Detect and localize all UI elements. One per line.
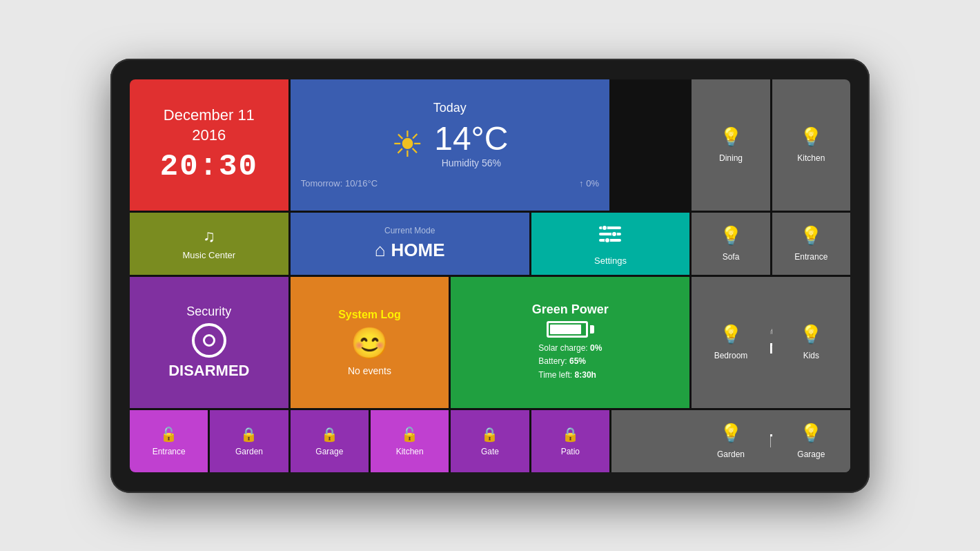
lock-tile-entrance[interactable]: 🔓 Entrance <box>130 410 208 472</box>
light-label-kids: Kids <box>803 351 819 360</box>
bulb-icon-garden: 💡 <box>720 423 742 444</box>
solar-charge: 0% <box>590 343 602 353</box>
lock-icon-entrance: 🔓 <box>160 426 177 443</box>
greenpower-tile[interactable]: Green Power Solar charge: 0% Battery: 65… <box>451 277 689 408</box>
sun-icon: ☀ <box>391 124 424 165</box>
music-label: Music Center <box>183 250 236 260</box>
bulb-icon-dining: 💡 <box>720 126 742 148</box>
lock-label-garden: Garden <box>235 447 263 456</box>
light-label-bedroom: Bedroom <box>714 351 748 360</box>
time-left: 8:30h <box>575 370 596 380</box>
smart-home-screen: December 11 2016 20:30 Today ☀ 14°C Humi… <box>130 79 850 472</box>
gp-label: Green Power <box>532 302 609 317</box>
light-label-dining: Dining <box>719 153 743 163</box>
light-tile-garage[interactable]: 💡 Garage <box>772 410 850 472</box>
security-inner <box>203 334 215 347</box>
lock-icon-garden: 🔒 <box>240 426 257 443</box>
light-tile-entrance[interactable]: 💡 Entrance <box>772 213 850 275</box>
smiley-icon: 😊 <box>351 325 389 361</box>
security-tile[interactable]: Security DISARMED <box>130 277 288 408</box>
light-label-kitchen: Kitchen <box>797 153 825 163</box>
lock-label-gate: Gate <box>481 447 499 456</box>
svg-point-4 <box>602 226 607 230</box>
svg-point-8 <box>605 238 609 242</box>
svg-rect-1 <box>599 233 621 235</box>
bulb-icon-sofa: 💡 <box>720 225 742 246</box>
bulb-icon-garage: 💡 <box>800 423 822 444</box>
lock-label-garage: Garage <box>315 447 343 456</box>
home-mode-label: Current Mode <box>384 226 435 235</box>
syslog-label: System Log <box>338 309 401 321</box>
lock-icon-gate: 🔒 <box>481 426 498 443</box>
light-tile-kids[interactable]: 💡 Kids <box>772 277 850 408</box>
lock-label-patio: Patio <box>561 447 580 456</box>
light-label-entrance: Entrance <box>794 252 827 262</box>
date-line2: 2016 <box>164 126 255 146</box>
syslog-message: No events <box>348 365 391 376</box>
music-tile[interactable]: ♫ Music Center <box>130 213 288 275</box>
light-tile-kitchen[interactable]: 💡 Kitchen <box>772 79 850 211</box>
lock-icon-garage: 🔒 <box>321 426 338 443</box>
weather-tile[interactable]: Today ☀ 14°C Humidity 56% Tomorrow: 10/1… <box>291 79 609 211</box>
lock-tile-garage[interactable]: 🔒 Garage <box>291 410 369 472</box>
light-tile-garden[interactable]: 💡 Garden <box>692 410 770 472</box>
home-mode-value: HOME <box>391 240 445 261</box>
home-mode-tile[interactable]: Current Mode ⌂ HOME <box>291 213 529 275</box>
gp-stats: Solar charge: 0% Battery: 65% Time left:… <box>538 342 602 382</box>
lock-tile-kitchen[interactable]: 🔓 Kitchen <box>371 410 449 472</box>
humidity: Humidity 56% <box>434 157 508 168</box>
bulb-icon-kitchen: 💡 <box>800 126 822 148</box>
home-icon: ⌂ <box>375 240 386 261</box>
light-label-sofa: Sofa <box>723 252 740 262</box>
bulb-icon-entrance: 💡 <box>800 225 822 246</box>
date-tile[interactable]: December 11 2016 20:30 <box>130 79 288 211</box>
temperature: 14°C <box>434 119 508 157</box>
music-icon: ♫ <box>203 226 215 246</box>
lock-icon-patio: 🔒 <box>562 426 579 443</box>
device-frame: December 11 2016 20:30 Today ☀ 14°C Humi… <box>110 59 870 493</box>
settings-icon <box>598 222 623 251</box>
lock-icon-kitchen: 🔓 <box>401 426 418 443</box>
bulb-icon-bedroom: 💡 <box>720 324 742 345</box>
battery-icon <box>547 321 594 338</box>
svg-point-6 <box>612 232 616 236</box>
time-display: 20:30 <box>160 149 258 184</box>
security-ring <box>192 323 226 358</box>
light-tile-bedroom[interactable]: 💡 Bedroom <box>692 277 770 408</box>
settings-label: Settings <box>594 255 627 266</box>
security-status: DISARMED <box>168 362 249 380</box>
wind-indicator: ↑ 0% <box>579 178 599 188</box>
lock-label-entrance: Entrance <box>153 447 186 456</box>
lock-tile-gate[interactable]: 🔒 Gate <box>451 410 529 472</box>
light-tile-dining[interactable]: 💡 Dining <box>692 79 770 211</box>
tomorrow-forecast: Tomorrow: 10/16°C <box>301 178 378 188</box>
lock-tile-patio[interactable]: 🔒 Patio <box>531 410 609 472</box>
bulb-icon-kids: 💡 <box>800 324 822 345</box>
date-line1: December 11 <box>164 106 255 126</box>
security-label: Security <box>186 304 231 319</box>
battery-level: 65% <box>569 356 586 366</box>
syslog-tile[interactable]: System Log 😊 No events <box>291 277 449 408</box>
light-tile-sofa[interactable]: 💡 Sofa <box>692 213 770 275</box>
light-label-garden: Garden <box>717 450 745 459</box>
settings-tile[interactable]: Settings <box>531 213 690 275</box>
weather-title: Today <box>433 101 467 115</box>
light-label-garage: Garage <box>797 450 825 459</box>
lock-tile-garden[interactable]: 🔒 Garden <box>210 410 288 472</box>
lock-label-kitchen: Kitchen <box>396 447 424 456</box>
